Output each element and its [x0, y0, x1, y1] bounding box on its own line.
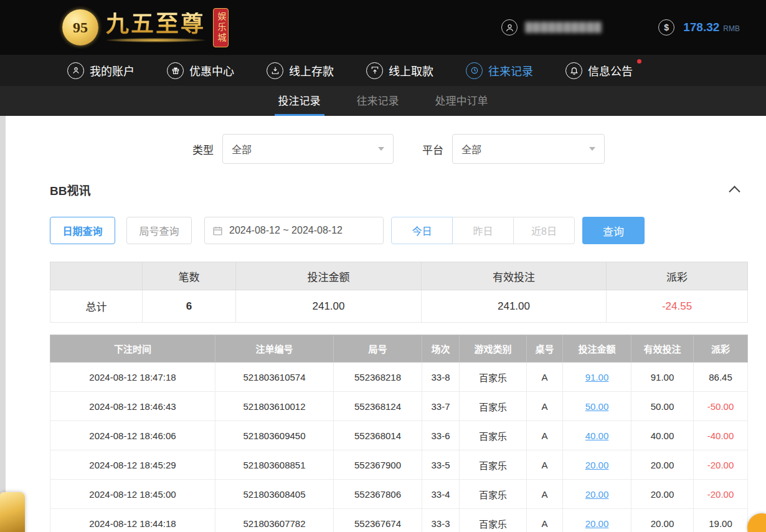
- bet-amount-link[interactable]: 91.00: [585, 372, 609, 382]
- withdraw-icon: [366, 62, 383, 79]
- cell-bet-time: 2024-08-12 18:47:18: [50, 363, 215, 392]
- type-select[interactable]: 全部: [222, 134, 394, 164]
- type-filter-label: 类型: [192, 141, 214, 157]
- cell-table-no: A: [527, 480, 563, 509]
- cell-bet-amount: 91.00: [563, 363, 631, 392]
- bet-amount-link[interactable]: 50.00: [585, 401, 609, 412]
- date-query-button[interactable]: 日期查询: [50, 217, 115, 244]
- bet-amount-link[interactable]: 20.00: [585, 489, 609, 500]
- notification-dot: [637, 59, 641, 64]
- cell-bet-id: 521803610574: [215, 363, 334, 392]
- bet-amount-link[interactable]: 20.00: [585, 518, 609, 529]
- tab-bar: 投注记录 往来记录 处理中订单: [0, 86, 766, 116]
- calendar-icon: [212, 226, 223, 236]
- summary-table: 笔数 投注金额 有效投注 派彩 总计 6 241.00 241.00 -24.5…: [50, 262, 748, 323]
- yesterday-button[interactable]: 昨日: [452, 217, 514, 244]
- col-valid-bet: 有效投注: [631, 335, 694, 363]
- cell-table-no: A: [527, 392, 563, 421]
- today-button[interactable]: 今日: [391, 217, 453, 244]
- cell-bet-id: 521803607782: [215, 509, 334, 532]
- filter-row: 类型 全部 平台 全部: [50, 127, 747, 171]
- cell-game-type: 百家乐: [460, 480, 527, 509]
- cell-valid-bet: 91.00: [631, 363, 694, 392]
- cell-bet-amount: 50.00: [563, 392, 631, 421]
- date-range-input[interactable]: 2024-08-12 ~ 2024-08-12: [204, 217, 384, 244]
- cell-bet-id: 521803608851: [215, 450, 334, 480]
- table-row: 2024-08-12 18:46:43 521803610012 5523681…: [50, 392, 748, 421]
- cell-payout: -40.00: [694, 421, 748, 450]
- bet-amount-link[interactable]: 40.00: [585, 430, 609, 441]
- col-bet-time: 下注时间: [50, 335, 215, 363]
- cell-bet-time: 2024-08-12 18:46:06: [50, 421, 215, 450]
- chevron-down-icon: [589, 147, 595, 151]
- nav-label: 优惠中心: [189, 62, 234, 78]
- username-masked[interactable]: ██████████: [525, 22, 618, 33]
- nav-item-withdraw[interactable]: 线上取款: [366, 62, 433, 79]
- col-bet-id: 注单编号: [215, 335, 334, 363]
- cell-valid-bet: 20.00: [631, 509, 694, 532]
- brand-name: 九五至尊: [106, 12, 206, 37]
- summary-header-blank: [50, 262, 143, 290]
- platform-select-value: 全部: [461, 141, 481, 156]
- balance-amount: 178.32: [683, 21, 719, 34]
- nav-item-announcements[interactable]: 信息公告: [565, 62, 633, 79]
- table-row: 2024-08-12 18:45:00 521803608405 5523678…: [50, 480, 748, 509]
- brand-badge: 娱乐城: [213, 8, 229, 47]
- bet-amount-link[interactable]: 20.00: [585, 460, 609, 470]
- tab-transaction-records[interactable]: 往来记录: [353, 86, 403, 116]
- summary-total-label: 总计: [50, 290, 143, 323]
- query-row: 日期查询 局号查询 2024-08-12 ~ 2024-08-12 今日 昨日 …: [50, 217, 747, 244]
- cell-payout: 19.00: [694, 509, 748, 532]
- cell-bet-time: 2024-08-12 18:46:43: [50, 392, 215, 421]
- left-edge-strip: [0, 116, 6, 532]
- floating-promo-fragment[interactable]: [0, 492, 25, 532]
- round-query-button[interactable]: 局号查询: [126, 217, 192, 244]
- col-game-type: 游戏类别: [460, 335, 527, 363]
- cell-session: 33-5: [422, 450, 460, 480]
- cell-table-no: A: [527, 509, 563, 532]
- main-nav: 我的账户 优惠中心 线上存款 线上取款 往来记录: [0, 55, 766, 86]
- cell-game-type: 百家乐: [460, 450, 527, 480]
- cell-valid-bet: 20.00: [631, 480, 694, 509]
- cell-round-id: 552368014: [334, 421, 422, 450]
- brand-text-block: 九五至尊: [106, 12, 206, 42]
- brand-logo[interactable]: 95 九五至尊 娱乐城: [62, 8, 229, 47]
- cell-round-id: 552367900: [334, 450, 422, 480]
- nav-item-records[interactable]: 往来记录: [466, 62, 533, 79]
- col-table-no: 桌号: [527, 335, 563, 363]
- cell-bet-amount: 20.00: [563, 450, 631, 480]
- cell-bet-amount: 20.00: [563, 480, 631, 509]
- records-icon: [466, 62, 483, 79]
- search-button[interactable]: 查询: [582, 217, 645, 244]
- cell-game-type: 百家乐: [460, 421, 527, 450]
- col-round-id: 局号: [334, 335, 422, 363]
- nav-item-promotions[interactable]: 优惠中心: [167, 62, 234, 79]
- cell-game-type: 百家乐: [460, 392, 527, 421]
- tab-processing-orders[interactable]: 处理中订单: [432, 86, 492, 116]
- platform-select[interactable]: 全部: [452, 134, 605, 164]
- balance-currency: RMB: [723, 22, 740, 33]
- nav-item-my-account[interactable]: 我的账户: [67, 62, 135, 79]
- collapse-chevron-up-icon[interactable]: [729, 186, 740, 197]
- cell-round-id: 552368218: [334, 363, 422, 392]
- cell-bet-time: 2024-08-12 18:45:00: [50, 480, 215, 509]
- user-avatar-icon[interactable]: [501, 19, 518, 36]
- table-row: 2024-08-12 18:47:18 521803610574 5523682…: [50, 363, 748, 392]
- col-session: 场次: [422, 335, 460, 363]
- cell-payout: -50.00: [694, 392, 748, 421]
- brand-flourish-ornament: [106, 38, 206, 42]
- cell-bet-id: 521803609450: [215, 421, 334, 450]
- page: 95 九五至尊 娱乐城 ██████████ $ 178.32 RMB 我的账户: [0, 0, 766, 532]
- cell-session: 33-8: [422, 363, 460, 392]
- cell-valid-bet: 40.00: [631, 421, 694, 450]
- cell-bet-id: 521803610012: [215, 392, 334, 421]
- nav-item-deposit[interactable]: 线上存款: [267, 62, 334, 79]
- detail-table-body: 2024-08-12 18:47:18 521803610574 5523682…: [50, 363, 748, 532]
- last-8-days-button[interactable]: 近8日: [513, 217, 575, 244]
- user-area: ██████████ $ 178.32 RMB: [501, 19, 740, 36]
- nav-label: 线上存款: [289, 62, 334, 78]
- cell-session: 33-6: [422, 421, 460, 450]
- cell-round-id: 552368124: [334, 392, 422, 421]
- cell-bet-amount: 20.00: [563, 509, 631, 532]
- tab-bet-records[interactable]: 投注记录: [275, 86, 324, 116]
